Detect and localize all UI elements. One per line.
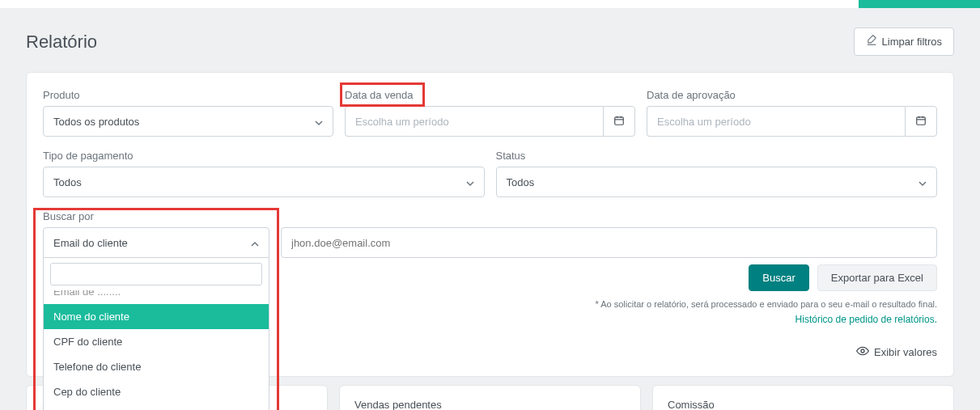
eraser-icon [866, 35, 877, 49]
search-by-wrap: Email do cliente Email de ........ Nome … [43, 227, 269, 258]
svg-rect-0 [615, 116, 624, 124]
search-by-group: Buscar por Email do cliente Email de ...… [43, 210, 269, 258]
sale-date-input-group: Escolha um período [345, 106, 635, 137]
payment-type-group: Tipo de pagamento Todos [43, 150, 485, 197]
sale-date-input[interactable]: Escolha um período [345, 106, 603, 137]
dropdown-search-input[interactable] [50, 263, 262, 285]
sale-date-label: Data da venda [345, 89, 414, 101]
filter-row-2: Tipo de pagamento Todos Status Todos [43, 150, 937, 197]
stat-card-pending: Vendas pendentes [339, 385, 641, 410]
search-by-selected: Email do cliente [53, 237, 128, 249]
search-value-group [281, 210, 937, 258]
payment-type-label: Tipo de pagamento [43, 150, 485, 162]
dropdown-item-cpf[interactable]: CPF do cliente [44, 329, 269, 354]
search-by-label: Buscar por [43, 210, 269, 222]
dropdown-item-endereco[interactable]: Endereço (Rua) do cliente [44, 404, 269, 410]
product-select[interactable]: Todos os produtos [43, 106, 333, 137]
stat-pending-label: Vendas pendentes [354, 399, 626, 410]
svg-point-8 [861, 349, 864, 353]
search-button[interactable]: Buscar [749, 264, 808, 291]
approval-date-input[interactable]: Escolha um período [647, 106, 905, 137]
status-group: Status Todos [496, 150, 938, 197]
clear-filters-button[interactable]: Limpar filtros [854, 27, 954, 56]
sale-date-group: Data da venda Escolha um período [345, 89, 635, 137]
dropdown-item-nome[interactable]: Nome do cliente [44, 304, 269, 329]
approval-date-group: Data de aprovação Escolha um período [647, 89, 937, 137]
status-select[interactable]: Todos [496, 167, 938, 197]
history-link[interactable]: Histórico de pedido de relatórios. [795, 314, 937, 325]
calendar-icon [613, 115, 625, 129]
status-value: Todos [507, 176, 535, 188]
product-label: Produto [43, 89, 333, 101]
chevron-up-icon [251, 239, 259, 247]
approval-date-label: Data de aprovação [647, 89, 937, 101]
product-group: Produto Todos os produtos [43, 89, 333, 137]
page-title: Relatório [26, 32, 97, 53]
svg-rect-4 [917, 116, 926, 124]
active-tab-indicator [859, 0, 980, 8]
dropdown-item-telefone[interactable]: Telefone do cliente [44, 354, 269, 379]
top-bar [0, 0, 980, 8]
page-header: Relatório Limpar filtros [26, 27, 954, 56]
product-select-value: Todos os produtos [53, 116, 139, 128]
filter-card: Produto Todos os produtos Data da venda … [26, 72, 954, 377]
payment-type-value: Todos [53, 176, 82, 188]
dropdown-search-wrap [44, 258, 269, 290]
approval-date-input-group: Escolha um período [647, 106, 937, 137]
chevron-down-icon [315, 117, 323, 125]
page-container: Relatório Limpar filtros Produto Todos o… [0, 8, 980, 410]
export-excel-button[interactable]: Exportar para Excel [817, 264, 937, 291]
show-values-label: Exibir valores [874, 346, 937, 358]
stat-commission-label: Comissão [668, 399, 939, 410]
chevron-down-icon [466, 178, 474, 186]
dropdown-item-cep[interactable]: Cep do cliente [44, 379, 269, 404]
calendar-icon [915, 115, 927, 129]
filter-row-1: Produto Todos os produtos Data da venda … [43, 89, 937, 137]
sale-date-calendar-button[interactable] [603, 106, 635, 137]
search-by-dropdown: Email de ........ Nome do cliente CPF do… [43, 258, 269, 410]
sale-date-placeholder: Escolha um período [355, 116, 449, 128]
chevron-down-icon [918, 178, 927, 186]
payment-type-select[interactable]: Todos [43, 167, 485, 197]
eye-icon [856, 344, 869, 360]
approval-date-placeholder: Escolha um período [657, 116, 751, 128]
stat-card-commission: Comissão [652, 385, 954, 410]
dropdown-item-partial[interactable]: Email de ........ [44, 290, 269, 304]
filter-row-3: Buscar por Email do cliente Email de ...… [43, 210, 937, 258]
clear-filters-label: Limpar filtros [882, 36, 942, 48]
search-by-select[interactable]: Email do cliente [43, 227, 269, 258]
dropdown-list[interactable]: Email de ........ Nome do cliente CPF do… [44, 290, 269, 410]
search-value-input[interactable] [281, 227, 937, 258]
status-label: Status [496, 150, 938, 162]
search-value-spacer [281, 210, 937, 222]
approval-date-calendar-button[interactable] [905, 106, 937, 137]
